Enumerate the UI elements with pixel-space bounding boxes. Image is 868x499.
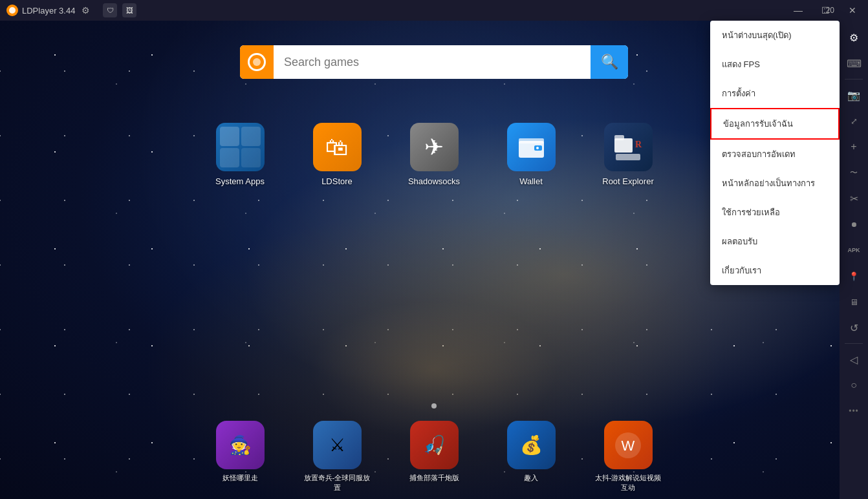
sidebar-expand-btn[interactable]: ⤢ xyxy=(842,109,865,133)
search-logo xyxy=(240,45,274,79)
app-shadowsocks[interactable]: ✈ Shadowsocks xyxy=(402,123,466,186)
svg-rect-6 xyxy=(616,154,640,160)
bottom-app-game3[interactable]: 🎣 捕鱼部落千炮版 xyxy=(398,421,470,493)
sidebar-keyboard-btn[interactable]: ⌨ xyxy=(842,52,865,75)
app-shadowsocks-label: Shadowsocks xyxy=(408,176,460,186)
more-dots-icon: ••• xyxy=(849,407,859,416)
sysapp-cell-1 xyxy=(220,127,239,146)
game4-icon: 💰 xyxy=(507,421,556,469)
dropdown-menu: หน้าต่างบนสุด(เปิด) แสดง FPS การตั้งค่า … xyxy=(710,21,840,285)
sysapp-cell-2 xyxy=(241,127,261,146)
sidebar-more-btn[interactable]: ••• xyxy=(842,399,865,423)
game2-icon: ⚔ xyxy=(313,421,362,469)
close-button[interactable]: ✕ xyxy=(840,0,865,21)
sidebar-location-btn[interactable]: 📍 xyxy=(842,264,865,288)
sidebar-shake-btn[interactable]: 〜 xyxy=(842,161,865,184)
svg-rect-5 xyxy=(614,135,624,140)
search-icon: 🔍 xyxy=(601,54,618,70)
sidebar-divider-2 xyxy=(845,343,863,344)
search-container: 🔍 xyxy=(240,45,628,79)
shadowsocks-icon: ✈ xyxy=(410,123,459,171)
pagination xyxy=(431,403,437,409)
game5-icon: W xyxy=(604,421,653,469)
menu-item-main-page[interactable]: หน้าหลักอย่างเป็นทางการ xyxy=(710,169,840,198)
search-bar: 🔍 xyxy=(240,45,628,79)
menu-item-user-info[interactable]: ข้อมูลการรับเจ้าฉัน xyxy=(710,108,840,140)
bottom-app-game5[interactable]: W 太抖-游戏解说短视频互动 xyxy=(592,421,664,493)
menu-item-settings[interactable]: การตั้งค่า xyxy=(710,79,840,108)
search-button[interactable]: 🔍 xyxy=(591,45,628,79)
sidebar-home-btn[interactable]: ○ xyxy=(842,374,865,397)
app-system-apps[interactable]: System Apps xyxy=(208,123,272,186)
svg-point-3 xyxy=(536,147,539,149)
bottom-app-game3-label: 捕鱼部落千炮版 xyxy=(409,473,459,483)
menu-item-show-fps[interactable]: แสดง FPS xyxy=(710,50,840,79)
minimize-button[interactable]: — xyxy=(785,0,811,21)
bottom-app-game4-label: 趣入 xyxy=(524,473,538,483)
game3-icon: 🎣 xyxy=(410,421,459,469)
bottom-app-game1-label: 妖怪哪里走 xyxy=(222,473,258,483)
settings-title-icon[interactable]: ⚙ xyxy=(81,5,90,16)
search-input[interactable] xyxy=(274,56,591,69)
bottom-app-game2[interactable]: ⚔ 放置奇兵-全球同服放置 xyxy=(301,421,373,493)
sidebar-trim-btn[interactable]: ✂ xyxy=(842,187,865,210)
image-icon[interactable]: 🖼 xyxy=(122,3,136,17)
sidebar-screenshot-btn[interactable]: 📷 xyxy=(842,83,865,107)
wallet-svg xyxy=(514,129,549,165)
app-root-explorer-label: Root Explorer xyxy=(602,176,653,186)
menu-item-open-window[interactable]: หน้าต่างบนสุด(เปิด) xyxy=(710,21,840,50)
bottom-app-game4[interactable]: 💰 趣入 xyxy=(495,421,567,493)
bottom-app-game1[interactable]: 🧙 妖怪哪里走 xyxy=(204,421,276,493)
root-explorer-svg: R xyxy=(611,129,646,165)
svg-rect-1 xyxy=(519,138,544,143)
game1-icon: 🧙 xyxy=(216,421,265,469)
wallet-icon xyxy=(507,123,556,171)
sidebar-add-btn[interactable]: + xyxy=(842,135,865,158)
pagination-dot xyxy=(431,403,437,409)
app-root-explorer[interactable]: R Root Explorer xyxy=(596,123,660,186)
svg-rect-4 xyxy=(614,138,633,153)
ldstore-icon: 🛍 xyxy=(313,123,362,171)
menu-item-feedback[interactable]: ผลตอบรับ xyxy=(710,227,840,256)
menu-item-help[interactable]: ใช้การช่วยเหลือ xyxy=(710,198,840,227)
menu-item-check-update[interactable]: ตรวจสอบการอัพเดท xyxy=(710,140,840,169)
sidebar-rotation-btn[interactable]: ↺ xyxy=(842,316,865,339)
sidebar-screen-btn[interactable]: 🖥 xyxy=(842,290,865,313)
bottom-apps-row: 🧙 妖怪哪里走 ⚔ 放置奇兵-全球同服放置 🎣 捕鱼部落千炮版 💰 趣入 W 太… xyxy=(204,421,664,493)
apps-row: System Apps 🛍 LDStore ✈ Shadowsocks Wall… xyxy=(208,123,660,186)
sysapp-cell-3 xyxy=(220,148,239,167)
search-logo-circle xyxy=(248,53,266,71)
root-explorer-icon: R xyxy=(604,123,653,171)
shield-icon[interactable]: 🛡 xyxy=(103,3,117,17)
app-logo: LDPlayer 3.44 ⚙ xyxy=(0,5,96,16)
sysapp-cell-4 xyxy=(241,148,261,167)
sidebar-settings-btn[interactable]: ⚙ xyxy=(842,26,865,49)
app-ldstore[interactable]: 🛍 LDStore xyxy=(305,123,369,186)
ldstore-bag-icon: 🛍 xyxy=(325,134,349,161)
game5-svg: W xyxy=(612,429,644,462)
menu-item-about[interactable]: เกี่ยวกับเรา xyxy=(710,256,840,285)
sidebar-record-btn[interactable]: ⏺ xyxy=(842,213,865,236)
app-title: LDPlayer 3.44 xyxy=(22,6,75,16)
bottom-app-game5-label: 太抖-游戏解说短视频互动 xyxy=(592,473,664,493)
sidebar-back-btn[interactable]: ◁ xyxy=(842,348,865,371)
logo-icon xyxy=(6,5,18,16)
app-ldstore-label: LDStore xyxy=(321,176,353,186)
search-logo-inner xyxy=(253,58,261,66)
app-wallet-label: Wallet xyxy=(519,176,543,186)
sidebar-right: ⚙ ⌨ 📷 ⤢ + 〜 ✂ ⏺ APK 📍 🖥 ↺ ◁ ○ ••• xyxy=(840,21,868,499)
titlebar: LDPlayer 3.44 ⚙ 🛡 🖼 :20 — ☐ ✕ xyxy=(0,0,868,21)
app-system-apps-label: System Apps xyxy=(215,176,265,186)
svg-text:W: W xyxy=(622,438,635,454)
titlebar-icons: 🛡 🖼 xyxy=(103,3,136,17)
shadowsocks-plane-icon: ✈ xyxy=(424,134,444,161)
system-apps-icon xyxy=(216,123,265,171)
sidebar-apk-btn[interactable]: APK xyxy=(842,239,865,262)
svg-text:R: R xyxy=(635,140,642,149)
app-wallet[interactable]: Wallet xyxy=(499,123,563,186)
bottom-app-game2-label: 放置奇兵-全球同服放置 xyxy=(301,473,373,493)
sidebar-divider-1 xyxy=(845,79,863,80)
system-apps-grid xyxy=(216,123,265,171)
timestamp: :20 xyxy=(823,0,840,21)
